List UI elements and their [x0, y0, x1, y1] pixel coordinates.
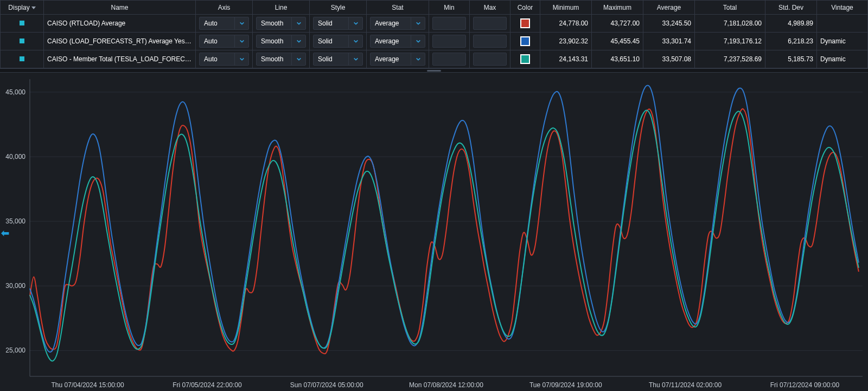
select-value: Solid — [318, 55, 333, 63]
select[interactable]: Smooth — [256, 53, 306, 66]
series-name[interactable]: CAISO (LOAD_FORECASTS_RT) Average Yester… — [44, 33, 196, 50]
chevron-down-icon — [234, 53, 248, 65]
stat-average: 33,245.50 — [643, 15, 695, 33]
stat-stddev: 6,218.23 — [765, 33, 817, 50]
chevron-down-icon — [291, 17, 305, 29]
max-input[interactable] — [473, 53, 507, 66]
series-name[interactable]: CAISO (RTLOAD) Average — [44, 15, 196, 33]
splitter-handle[interactable] — [0, 68, 868, 73]
chevron-down-icon — [291, 53, 305, 65]
select-value: Auto — [204, 37, 218, 45]
select[interactable]: Auto — [199, 53, 249, 66]
min-input[interactable] — [432, 53, 466, 66]
stat-maximum: 45,455.45 — [592, 33, 643, 50]
select[interactable]: Smooth — [256, 17, 306, 30]
table-header: Display Name Axis Line Style Stat Min Ma… — [1, 1, 868, 15]
color-swatch[interactable] — [520, 18, 530, 28]
chevron-down-icon — [291, 35, 305, 47]
col-stddev[interactable]: Std. Dev — [765, 1, 817, 15]
select[interactable]: Average — [370, 35, 425, 48]
col-minimum[interactable]: Minimum — [540, 1, 592, 15]
min-input[interactable] — [432, 17, 466, 30]
stat-vintage: Dynamic — [817, 33, 868, 50]
chevron-down-icon — [348, 53, 362, 65]
col-stat[interactable]: Stat — [367, 1, 429, 15]
stat-stddev: 5,185.73 — [765, 50, 817, 68]
select-value: Average — [375, 20, 399, 27]
select-value: Solid — [318, 37, 333, 45]
visibility-toggle[interactable] — [20, 21, 24, 25]
min-input[interactable] — [432, 35, 466, 48]
select[interactable]: Auto — [199, 35, 249, 48]
stat-vintage: Dynamic — [817, 50, 868, 68]
stat-maximum: 43,651.10 — [592, 50, 643, 68]
stat-total: 7,237,528.69 — [695, 50, 765, 68]
chevron-down-icon — [348, 35, 362, 47]
select-value: Auto — [204, 20, 218, 27]
select-value: Average — [375, 55, 399, 63]
select-value: Smooth — [261, 37, 283, 45]
select[interactable]: Solid — [313, 17, 363, 30]
select[interactable]: Smooth — [256, 35, 306, 48]
table-row: CAISO (RTLOAD) Average Auto Smooth Solid… — [1, 15, 868, 33]
col-style[interactable]: Style — [310, 1, 367, 15]
max-input[interactable] — [473, 17, 507, 30]
stat-maximum: 43,727.00 — [592, 15, 643, 33]
select-value: Smooth — [261, 55, 283, 63]
svg-text:Thu 07/04/2024 15:00:00: Thu 07/04/2024 15:00:00 — [52, 381, 124, 389]
visibility-toggle[interactable] — [20, 56, 24, 61]
select[interactable]: Auto — [199, 17, 249, 30]
col-line[interactable]: Line — [253, 1, 310, 15]
stat-average: 33,507.08 — [643, 50, 695, 68]
col-total[interactable]: Total — [695, 1, 765, 15]
select-value: Solid — [318, 20, 333, 27]
table-row: CAISO (LOAD_FORECASTS_RT) Average Yester… — [1, 33, 868, 50]
series-line[interactable] — [30, 110, 859, 361]
svg-text:45,000: 45,000 — [5, 88, 25, 96]
col-axis[interactable]: Axis — [196, 1, 253, 15]
series-config-table: Display Name Axis Line Style Stat Min Ma… — [0, 0, 868, 68]
col-vintage[interactable]: Vintage — [817, 1, 868, 15]
visibility-toggle[interactable] — [20, 39, 24, 43]
series-line[interactable] — [30, 85, 859, 352]
grip-icon — [427, 70, 441, 72]
svg-text:25,000: 25,000 — [5, 347, 25, 354]
max-input[interactable] — [473, 35, 507, 48]
col-color[interactable]: Color — [510, 1, 540, 15]
sort-caret-icon — [31, 7, 36, 9]
select[interactable]: Average — [370, 53, 425, 66]
select[interactable]: Average — [370, 17, 425, 30]
series-name[interactable]: CAISO - Member Total (TESLA_LOAD_FORECAS… — [44, 50, 196, 68]
chevron-down-icon — [234, 17, 248, 29]
col-max[interactable]: Max — [470, 1, 510, 15]
select-value: Auto — [204, 55, 218, 63]
svg-text:35,000: 35,000 — [5, 217, 25, 225]
stat-total: 7,193,176.12 — [695, 33, 765, 50]
chart-area[interactable]: ⬅ 25,00030,00035,00040,00045,000Thu 07/0… — [0, 73, 868, 391]
chevron-down-icon — [411, 53, 425, 65]
col-display[interactable]: Display — [1, 1, 44, 15]
timeseries-chart[interactable]: 25,00030,00035,00040,00045,000Thu 07/04/… — [0, 73, 868, 391]
stat-total: 7,181,028.00 — [695, 15, 765, 33]
stat-minimum: 23,902.32 — [540, 33, 592, 50]
svg-text:Mon 07/08/2024 12:00:00: Mon 07/08/2024 12:00:00 — [409, 381, 483, 389]
col-name[interactable]: Name — [44, 1, 196, 15]
series-line[interactable] — [30, 109, 859, 354]
select-value: Smooth — [261, 20, 283, 27]
svg-text:30,000: 30,000 — [5, 282, 25, 290]
col-average[interactable]: Average — [643, 1, 695, 15]
color-swatch[interactable] — [520, 54, 530, 64]
stat-vintage — [817, 15, 868, 33]
select[interactable]: Solid — [313, 53, 363, 66]
svg-text:Tue 07/09/2024 19:00:00: Tue 07/09/2024 19:00:00 — [529, 381, 602, 389]
color-swatch[interactable] — [520, 36, 530, 46]
stat-minimum: 24,143.31 — [540, 50, 592, 68]
col-maximum[interactable]: Maximum — [592, 1, 643, 15]
col-min[interactable]: Min — [429, 1, 470, 15]
chevron-down-icon — [411, 17, 425, 29]
table-row: CAISO - Member Total (TESLA_LOAD_FORECAS… — [1, 50, 868, 68]
chevron-down-icon — [411, 35, 425, 47]
chevron-down-icon — [348, 17, 362, 29]
stat-stddev: 4,989.89 — [765, 15, 817, 33]
select[interactable]: Solid — [313, 35, 363, 48]
